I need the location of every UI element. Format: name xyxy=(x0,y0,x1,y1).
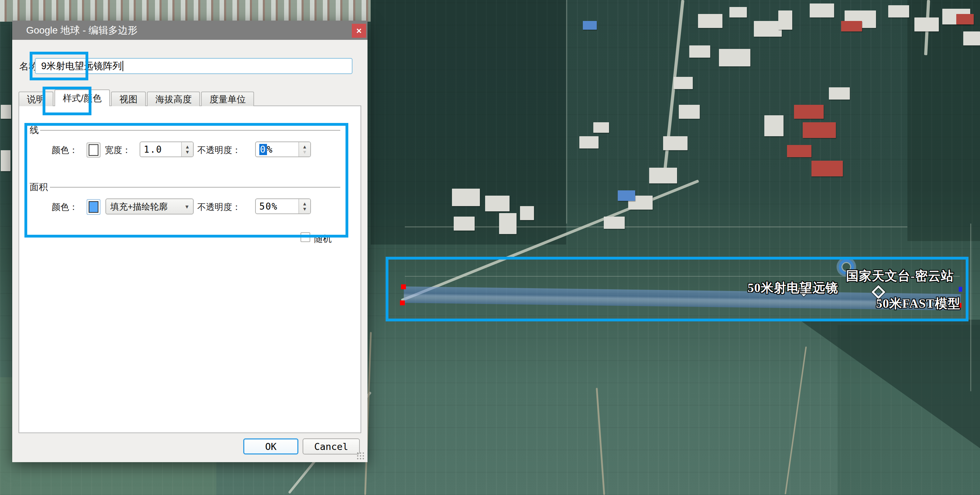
placemark-label[interactable]: 50米FAST模型 xyxy=(876,295,961,312)
spin-down-icon[interactable]: ▼ xyxy=(302,207,307,211)
field-boundary xyxy=(405,226,907,227)
map-building xyxy=(520,206,534,220)
resize-grip[interactable] xyxy=(356,452,365,460)
map-building xyxy=(764,115,784,136)
field-patch xyxy=(371,0,566,244)
area-opacity-value: 50% xyxy=(256,199,298,214)
area-color-label: 颜色： xyxy=(52,201,78,213)
map-building xyxy=(729,7,747,18)
divider xyxy=(40,130,340,131)
tab-description[interactable]: 说明 xyxy=(19,91,53,106)
spinner-buttons[interactable]: ▲▼ xyxy=(181,142,193,156)
close-icon[interactable]: × xyxy=(352,24,366,38)
spin-up-icon[interactable]: ▲ xyxy=(302,201,307,206)
map-building xyxy=(778,11,792,30)
map-building xyxy=(583,21,597,30)
field-boundary xyxy=(566,0,567,224)
line-opacity-label: 不透明度： xyxy=(197,144,241,156)
tab-units[interactable]: 度量单位 xyxy=(201,91,254,106)
random-label: 随机 xyxy=(314,233,332,244)
area-color-value xyxy=(89,201,99,213)
cancel-button[interactable]: Cancel xyxy=(302,438,360,455)
line-color-label: 颜色： xyxy=(52,144,78,156)
map-building xyxy=(810,3,834,18)
text-caret xyxy=(123,61,123,71)
area-opacity-label: 不透明度： xyxy=(197,201,241,213)
map-building xyxy=(888,5,909,18)
edit-polygon-dialog: Google 地球 - 编辑多边形 × 名称 9米射电望远镜阵列 说明 样式/颜… xyxy=(12,21,368,462)
line-opacity-spinner[interactable]: 0% ▲▼ xyxy=(255,142,311,157)
map-building xyxy=(452,188,480,206)
tab-view[interactable]: 视图 xyxy=(111,91,146,106)
dirt-path xyxy=(596,388,605,495)
map-building xyxy=(829,87,850,99)
tab-altitude[interactable]: 海拔高度 xyxy=(147,91,200,106)
spin-down-icon: ▼ xyxy=(302,150,307,154)
line-color-swatch[interactable] xyxy=(87,142,100,158)
line-width-spinner[interactable]: 1.0 ▲▼ xyxy=(140,142,194,157)
map-building xyxy=(956,14,974,24)
map-building xyxy=(485,196,509,211)
map-building xyxy=(803,122,836,138)
line-group-title: 线 xyxy=(30,124,39,136)
map-building xyxy=(915,18,939,32)
map-building xyxy=(674,77,693,89)
spin-up-icon[interactable]: ▲ xyxy=(302,145,307,149)
placemark-label[interactable]: 国家天文台-密云站 xyxy=(846,268,954,285)
map-building xyxy=(499,213,517,234)
map-building xyxy=(787,145,811,157)
map-building xyxy=(811,161,843,176)
line-width-value: 1.0 xyxy=(140,142,181,156)
polygon-vertex-red[interactable] xyxy=(400,300,405,305)
map-building xyxy=(649,168,677,184)
random-checkbox[interactable] xyxy=(301,232,310,242)
placemark-label[interactable]: 50米射电望远镜 xyxy=(748,279,838,297)
name-value: 9米射电望远镜阵列 xyxy=(41,60,122,72)
map-building xyxy=(618,190,635,201)
map-building xyxy=(689,45,710,57)
map-building xyxy=(579,136,598,148)
spinner-buttons[interactable]: ▲▼ xyxy=(298,199,310,214)
line-color-value xyxy=(89,144,99,156)
spinner-buttons[interactable]: ▲▼ xyxy=(298,142,310,156)
tab-style-color[interactable]: 样式/颜色 xyxy=(54,89,110,106)
name-input[interactable]: 9米射电望远镜阵列 xyxy=(35,58,353,74)
map-building xyxy=(841,21,862,32)
map-building xyxy=(794,105,824,119)
map-building xyxy=(593,122,609,133)
area-group-title: 面积 xyxy=(30,181,48,193)
chevron-down-icon: ▼ xyxy=(184,204,189,209)
area-opacity-spinner[interactable]: 50% ▲▼ xyxy=(255,198,311,214)
map-building xyxy=(454,217,475,231)
selected-text: 0 xyxy=(259,144,267,155)
fill-mode-value: 填充+描绘轮廓 xyxy=(110,201,168,212)
spin-down-icon[interactable]: ▼ xyxy=(185,150,190,154)
dirt-path xyxy=(784,346,807,494)
opacity-suffix: % xyxy=(267,144,273,155)
dialog-title: Google 地球 - 编辑多边形 xyxy=(26,24,137,37)
map-building xyxy=(604,217,625,229)
google-earth-screen: 50米射电望远镜 国家天文台-密云站 50米FAST模型 Google 地球 -… xyxy=(0,0,980,495)
fill-mode-dropdown[interactable]: 填充+描绘轮廓 ▼ xyxy=(105,198,194,214)
map-building xyxy=(663,136,687,150)
polygon-vertex-blue[interactable] xyxy=(959,287,962,292)
spin-up-icon[interactable]: ▲ xyxy=(185,145,190,149)
map-building xyxy=(1,105,11,119)
map-building xyxy=(719,49,750,66)
polygon-vertex-red[interactable] xyxy=(401,284,406,289)
map-building xyxy=(679,105,700,119)
area-color-swatch[interactable] xyxy=(87,199,100,215)
divider xyxy=(50,187,340,188)
dialog-titlebar[interactable]: Google 地球 - 编辑多边形 × xyxy=(12,21,368,40)
map-building xyxy=(1,150,11,171)
village-texture-top xyxy=(0,0,371,22)
map-building xyxy=(698,14,722,28)
dialog-tabbar: 说明 样式/颜色 视图 海拔高度 度量单位 xyxy=(19,90,255,106)
line-opacity-value: 0% xyxy=(256,142,298,156)
field-boundary xyxy=(970,224,971,391)
map-building xyxy=(754,21,782,37)
line-width-label: 宽度： xyxy=(105,144,131,156)
map-building xyxy=(963,32,980,45)
ok-button[interactable]: OK xyxy=(243,438,298,455)
